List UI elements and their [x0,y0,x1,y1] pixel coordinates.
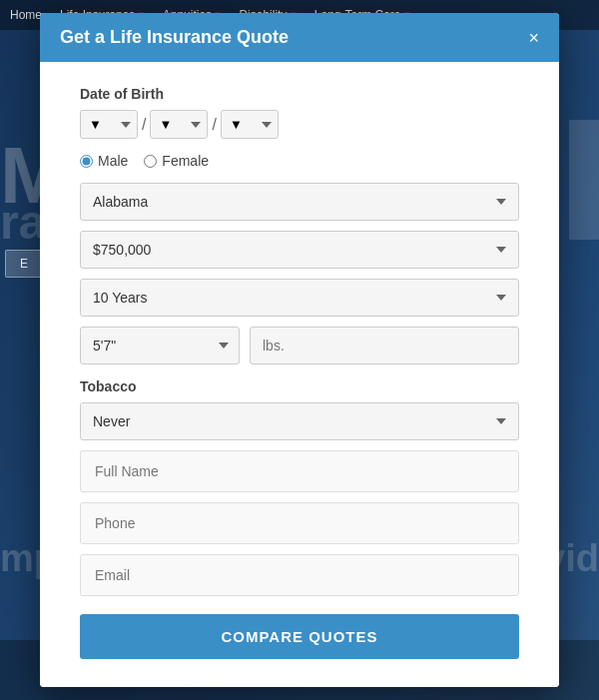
weight-input[interactable] [250,327,519,364]
dob-day-select[interactable]: ▼ 12345 [150,110,208,139]
compare-quotes-button[interactable]: COMPARE QUOTES [80,614,519,659]
fullname-input[interactable] [80,450,519,492]
modal: Get a Life Insurance Quote × Date of Bir… [40,13,559,687]
height-weight-row: 4'10" 5'0" 5'7" 6'0" 6'5" [80,327,519,364]
coverage-select[interactable]: $100,000 $250,000 $500,000 $750,000 $1,0… [80,231,519,269]
tobacco-label: Tobacco [80,378,519,394]
gender-male-label[interactable]: Male [80,153,128,169]
dob-label: Date of Birth [80,86,519,102]
dob-sep-1: / [142,116,146,134]
height-select[interactable]: 4'10" 5'0" 5'7" 6'0" 6'5" [80,327,240,364]
gender-female-label[interactable]: Female [144,153,209,169]
gender-female-radio[interactable] [144,155,157,168]
gender-male-text: Male [98,153,128,169]
dob-month-select[interactable]: ▼ 123 456 789 101112 [80,110,138,139]
dob-sep-2: / [212,116,216,134]
modal-header: Get a Life Insurance Quote × [40,13,559,62]
phone-input[interactable] [80,502,519,544]
term-select[interactable]: 10 Years 15 Years 20 Years 25 Years 30 Y… [80,279,519,317]
modal-close-button[interactable]: × [528,29,539,47]
dob-year-select[interactable]: ▼ 198019851990 [221,110,279,139]
state-select[interactable]: Alabama Alaska Arizona [80,183,519,221]
dob-row: ▼ 123 456 789 101112 / ▼ 12345 / ▼ 19801… [80,110,519,139]
gender-female-text: Female [162,153,209,169]
modal-body: Date of Birth ▼ 123 456 789 101112 / ▼ 1… [40,62,559,687]
email-input[interactable] [80,554,519,596]
tobacco-select[interactable]: Never Yes - Current Yes - Former [80,402,519,440]
gender-male-radio[interactable] [80,155,93,168]
gender-row: Male Female [80,153,519,169]
modal-title: Get a Life Insurance Quote [60,27,289,48]
modal-overlay: Get a Life Insurance Quote × Date of Bir… [0,0,599,700]
